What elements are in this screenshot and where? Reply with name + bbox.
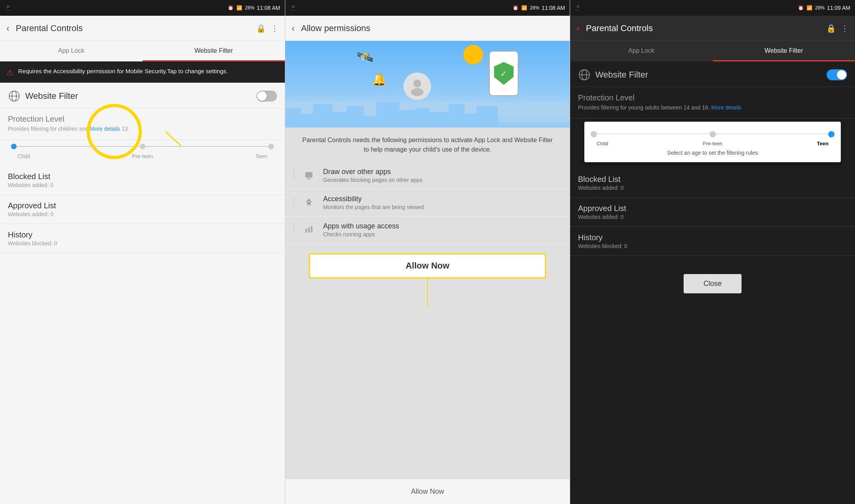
- svg-point-4: [413, 80, 421, 87]
- panel3-content: Website Filter Protection Level Provides…: [570, 61, 855, 504]
- city-buildings: [285, 100, 570, 128]
- protection-level-title: Protection Level: [8, 115, 277, 124]
- protection-level-desc: Provides filtering for children: [8, 126, 78, 132]
- perm-dot-1c: [293, 176, 295, 178]
- history-title-3: History: [578, 233, 847, 242]
- approved-list-title-3: Approved List: [578, 204, 847, 213]
- draw-over-icon-box: [301, 168, 317, 183]
- website-filter-toggle[interactable]: [256, 91, 277, 102]
- allow-now-bottom-button[interactable]: Allow Now: [285, 479, 570, 504]
- battery-text: 28%: [245, 5, 255, 11]
- tooltip-label-child: Child: [591, 141, 614, 146]
- panel-2: 📱 ⏰ 📶 28% 11:08 AM ‹ Allow permissions 🛰…: [285, 0, 570, 504]
- tab-website-filter[interactable]: Website Filter: [143, 41, 285, 61]
- svg-point-5: [411, 88, 424, 96]
- approved-list-section-3[interactable]: Approved List Websites added: 0: [570, 198, 855, 227]
- status-bar-3: 📱 ⏰ 📶 28% 11:09 AM: [570, 0, 855, 16]
- draw-over-desc: Generates blocking pages on other apps: [323, 177, 422, 183]
- website-filter-label-row: Website Filter: [8, 90, 78, 102]
- app-header-3: ‹ Parental Controls 🔒 ⋮: [570, 16, 855, 41]
- tab-app-lock-3[interactable]: App Lock: [570, 41, 713, 61]
- draw-over-text: Draw over other apps Generates blocking …: [323, 168, 422, 183]
- tooltip-dot-preteen: [710, 131, 716, 137]
- bell-icon: 🔔: [372, 72, 387, 86]
- status-icons-left: 📱: [5, 5, 11, 11]
- menu-icon-3[interactable]: ⋮: [841, 24, 849, 33]
- svg-rect-9: [305, 229, 307, 233]
- phone-icon-2: 📱: [290, 5, 296, 11]
- website-filter-title-3: Website Filter: [595, 70, 648, 80]
- status-time: 11:08 AM: [257, 5, 280, 11]
- blocked-list-title: Blocked List: [8, 172, 277, 181]
- svg-rect-11: [311, 226, 312, 233]
- globe-icon: [8, 90, 20, 102]
- approved-list-title: Approved List: [8, 201, 277, 210]
- history-section-3[interactable]: History Websites blocked: 0: [570, 227, 855, 256]
- satellite-icon: 🛰️: [356, 49, 374, 65]
- header-icons: 🔒 ⋮: [256, 24, 279, 33]
- more-details-link[interactable]: More details: [90, 126, 120, 132]
- phone-illustration: ✓: [489, 51, 519, 96]
- usage-access-text: Apps with usage access Checks running ap…: [323, 222, 399, 237]
- perm-dot-1b: [293, 174, 295, 175]
- perm-dot-2a: [293, 198, 295, 200]
- perm-dots-3: [293, 222, 295, 232]
- tooltip-description: Select an age to set the filtering rules: [591, 150, 835, 156]
- accessibility-title: Accessibility: [323, 195, 424, 203]
- close-button[interactable]: Close: [684, 274, 741, 293]
- protection-slider-container-3[interactable]: Child Pre-teen Teen Select an age to set…: [570, 122, 855, 169]
- allow-now-arrow-line: [427, 278, 428, 307]
- toggle-knob-3: [837, 70, 846, 80]
- protection-level-section-3: Protection Level Provides filtering for …: [570, 87, 855, 119]
- panel1-content: ⚠ Requires the Accessibility permission …: [0, 61, 285, 504]
- website-filter-toggle-row: Website Filter: [0, 83, 285, 108]
- app-header-1: ‹ Parental Controls 🔒 ⋮: [0, 16, 285, 41]
- wifi-icon: 📶: [236, 5, 243, 11]
- status-time-3: 11:09 AM: [827, 5, 850, 11]
- back-button-3[interactable]: ‹: [576, 23, 580, 34]
- permission-main-text: Parental Controls needs the following pe…: [285, 128, 570, 162]
- back-button[interactable]: ‹: [6, 23, 9, 34]
- menu-icon[interactable]: ⋮: [271, 24, 279, 33]
- status-bar-2: 📱 ⏰ 📶 28% 11:08 AM: [285, 0, 570, 16]
- battery-text-3: 28%: [815, 5, 825, 11]
- status-info-right-3: ⏰ 📶 28% 11:09 AM: [798, 5, 850, 11]
- tooltip-dot-child: [591, 131, 597, 137]
- protection-slider-container[interactable]: Child Pre-teen Teen: [0, 140, 285, 166]
- tab-website-filter-3[interactable]: Website Filter: [713, 41, 855, 61]
- panel-1: 📱 ⏰ 📶 28% 11:08 AM ‹ Parental Controls 🔒…: [0, 0, 285, 504]
- history-section[interactable]: History Websites blocked: 0: [0, 224, 285, 253]
- phone-icon-3: 📱: [575, 5, 581, 11]
- permission-draw-over-apps: Draw over other apps Generates blocking …: [285, 162, 570, 189]
- more-details-link-3[interactable]: More details: [711, 104, 741, 111]
- accessibility-icon-box: [301, 195, 317, 211]
- allow-now-highlight-container: Allow Now: [309, 253, 546, 278]
- person-icon: [403, 72, 431, 100]
- warning-banner[interactable]: ⚠ Requires the Accessibility permission …: [0, 61, 285, 83]
- approved-list-section[interactable]: Approved List Websites added: 0: [0, 195, 285, 224]
- lock-icon-3: 🔒: [826, 24, 836, 33]
- tooltip-labels: Child Pre-teen Teen: [591, 139, 835, 146]
- blocked-list-section[interactable]: Blocked List Websites added: 0: [0, 166, 285, 195]
- permission-illustration: 🛰️ 🔔 ✓: [285, 41, 570, 128]
- perm-dots-2: [293, 195, 295, 205]
- allow-now-highlighted-button[interactable]: Allow Now: [309, 253, 546, 278]
- website-filter-toggle-3[interactable]: [827, 69, 847, 80]
- blocked-list-section-3[interactable]: Blocked List Websites added: 0: [570, 169, 855, 198]
- bottom-spacer: Allow Now: [285, 278, 570, 504]
- history-title: History: [8, 230, 277, 239]
- perm-dots-1: [293, 168, 295, 178]
- slider-label-preteen: Pre-teen: [127, 153, 158, 159]
- slider-label-teen: Teen: [245, 153, 277, 159]
- svg-rect-6: [305, 172, 312, 178]
- blocked-list-sub: Websites added: 0: [8, 182, 277, 188]
- back-button-2[interactable]: ‹: [292, 23, 295, 34]
- warning-text: Requires the Accessibility permission fo…: [18, 67, 228, 75]
- tooltip-dot-teen: [828, 131, 835, 137]
- tooltip-slider-row[interactable]: [591, 128, 835, 139]
- header-icons-3: 🔒 ⋮: [826, 24, 849, 33]
- usage-access-desc: Checks running apps: [323, 231, 399, 237]
- approved-list-sub-3: Websites added: 0: [578, 214, 847, 220]
- tab-app-lock[interactable]: App Lock: [0, 41, 143, 61]
- slider-teen-dot: [268, 144, 274, 149]
